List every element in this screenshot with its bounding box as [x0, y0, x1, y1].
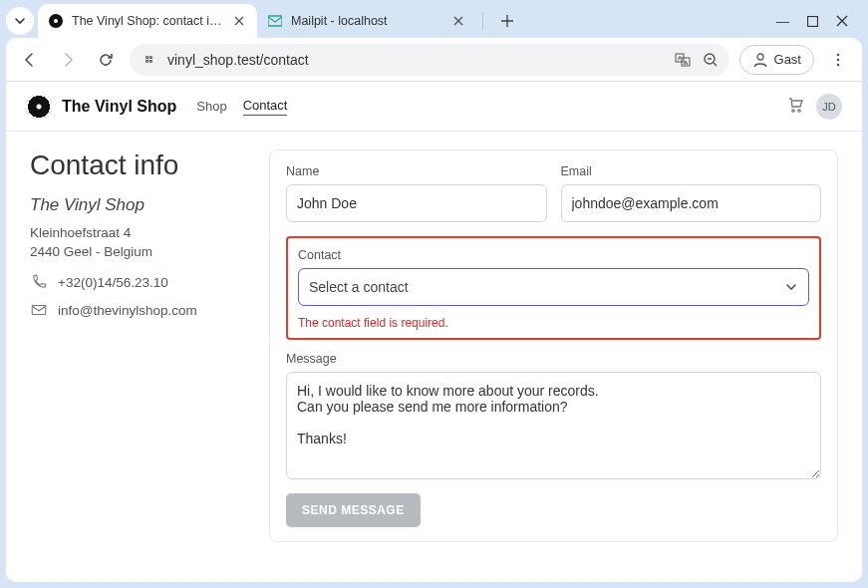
svg-point-10	[837, 63, 840, 66]
zoom-icon[interactable]	[702, 51, 720, 69]
email-input[interactable]	[561, 184, 822, 222]
reload-button[interactable]	[92, 46, 120, 74]
window-maximize[interactable]	[807, 11, 818, 31]
svg-point-7	[757, 54, 763, 60]
email-line: info@thevinylshop.com	[30, 301, 239, 319]
name-input[interactable]	[286, 184, 547, 222]
select-placeholder: Select a contact	[309, 279, 409, 295]
svg-rect-2	[268, 16, 282, 26]
mail-icon	[30, 301, 48, 319]
send-message-button[interactable]: Send Message	[286, 493, 421, 527]
address-bar[interactable]: vinyl_shop.test/contact	[130, 44, 729, 76]
svg-point-11	[792, 110, 794, 112]
avatar-initials: JD	[822, 101, 835, 113]
translate-icon[interactable]	[674, 51, 692, 69]
contact-field-highlight: Contact Select a contact The contact fie…	[286, 236, 821, 340]
browser-toolbar: vinyl_shop.test/contact Gast	[6, 38, 862, 82]
field-label-name: Name	[286, 164, 547, 178]
contact-select[interactable]: Select a contact	[298, 268, 809, 306]
svg-point-8	[837, 53, 840, 56]
site-header: The Vinyl Shop Shop Contact JD	[6, 82, 862, 132]
new-tab-button[interactable]	[493, 7, 521, 35]
error-message: The contact field is required.	[298, 316, 809, 330]
phone-text: +32(0)14/56.23.10	[58, 275, 168, 290]
message-textarea[interactable]	[286, 372, 821, 479]
svg-rect-3	[808, 16, 818, 26]
cart-icon[interactable]	[786, 96, 804, 117]
brand-name[interactable]: The Vinyl Shop	[62, 98, 176, 116]
tab-title: Mailpit - localhost	[291, 14, 442, 28]
back-button[interactable]	[16, 46, 44, 74]
avatar[interactable]: JD	[816, 94, 842, 120]
svg-point-9	[837, 58, 840, 61]
tab-close-icon[interactable]	[231, 13, 247, 29]
nav-link-shop[interactable]: Shop	[196, 99, 226, 114]
svg-rect-13	[32, 306, 46, 315]
address-line: 2440 Geel - Belgium	[30, 244, 239, 259]
email-text: info@thevinylshop.com	[58, 303, 197, 318]
tab-title: The Vinyl Shop: contact info	[72, 14, 223, 28]
profile-label: Gast	[774, 52, 801, 67]
svg-point-12	[798, 110, 800, 112]
site-settings-icon[interactable]	[140, 51, 157, 69]
chevron-down-icon	[784, 280, 798, 294]
field-label-contact: Contact	[298, 248, 341, 262]
window-close[interactable]	[836, 11, 848, 31]
window-minimize[interactable]: —	[776, 11, 789, 31]
record-icon	[48, 13, 64, 29]
profile-button[interactable]: Gast	[739, 45, 814, 75]
phone-icon	[30, 273, 48, 291]
menu-button[interactable]	[824, 46, 852, 74]
phone-line: +32(0)14/56.23.10	[30, 273, 239, 291]
contact-form: Name Email Contact Select a contact The …	[269, 149, 838, 542]
page-title: Contact info	[30, 149, 239, 181]
browser-tab[interactable]: Mailpit - localhost	[257, 4, 476, 38]
browser-tab-active[interactable]: The Vinyl Shop: contact info	[38, 4, 257, 38]
address-url: vinyl_shop.test/contact	[167, 52, 309, 68]
browser-tab-strip: The Vinyl Shop: contact info Mailpit - l…	[0, 0, 868, 38]
nav-link-contact[interactable]: Contact	[243, 98, 288, 116]
shop-name: The Vinyl Shop	[30, 195, 239, 215]
tab-close-icon[interactable]	[450, 13, 466, 29]
address-line: Kleinhoefstraat 4	[30, 225, 239, 240]
tab-search-dropdown[interactable]	[6, 7, 34, 35]
kebab-icon	[831, 53, 845, 67]
svg-point-1	[54, 19, 58, 23]
mail-icon	[267, 13, 283, 29]
chevron-down-icon	[14, 15, 26, 27]
brand-logo-icon[interactable]	[26, 94, 52, 120]
field-label-email: Email	[561, 164, 822, 178]
person-icon	[752, 52, 768, 68]
field-label-message: Message	[286, 352, 821, 366]
forward-button[interactable]	[54, 46, 82, 74]
